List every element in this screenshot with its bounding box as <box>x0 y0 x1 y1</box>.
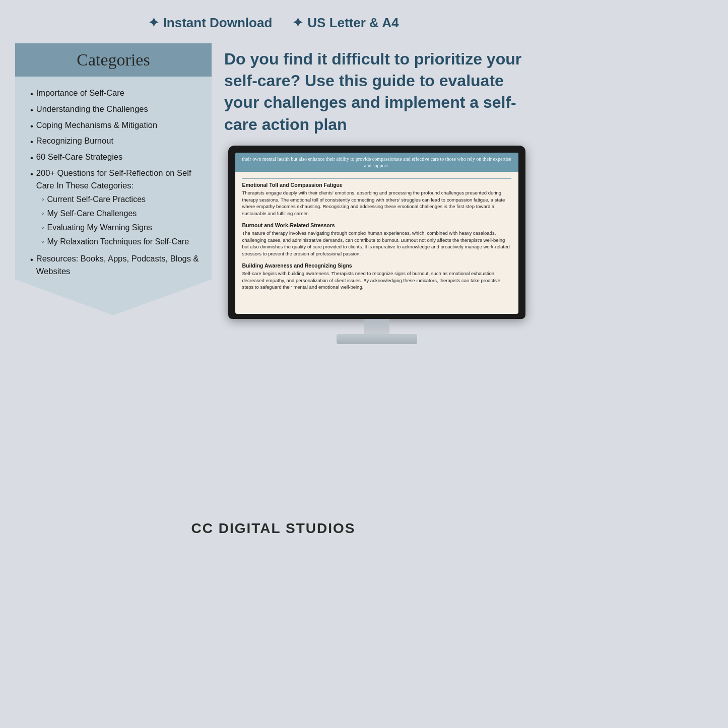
format-text: US Letter & A4 <box>307 15 399 31</box>
screen-body-1: Therapists engage deeply with their clie… <box>242 189 511 217</box>
diamond-icon-1: ✦ <box>148 15 159 31</box>
bullet-icon: • <box>30 104 33 116</box>
categories-title: Categories <box>25 50 202 70</box>
bullet-icon: • <box>30 120 33 133</box>
screen-section-2: Burnout and Work-Related Stressors The n… <box>242 222 511 257</box>
list-item: •Recognizing Burnout <box>28 135 199 148</box>
screen-divider <box>242 178 511 179</box>
sub-list: ◦Current Self-Care Practices ◦My Self-Ca… <box>36 193 199 248</box>
screen-section-1: Emotional Toll and Compassion Fatigue Th… <box>242 182 511 217</box>
right-panel: Do you find it difficult to prioritize y… <box>222 43 532 344</box>
sub-bullet-icon: ◦ <box>41 208 44 220</box>
monitor-screen: their own mental health but also enhance… <box>235 153 518 314</box>
bullet-icon: • <box>30 253 33 278</box>
monitor-base <box>337 334 417 344</box>
headline-text: Do you find it difficult to prioritize y… <box>222 43 532 136</box>
list-item: •Resources: Books, Apps, Podcasts, Blogs… <box>28 252 199 278</box>
bullet-icon: • <box>30 168 33 250</box>
bullet-icon: • <box>30 88 33 100</box>
screen-heading-1: Emotional Toll and Compassion Fatigue <box>242 182 511 188</box>
brand-name: CC DIGITAL STUDIOS <box>191 515 356 537</box>
screen-heading-2: Burnout and Work-Related Stressors <box>242 222 511 228</box>
instant-download-text: Instant Download <box>163 15 273 31</box>
bottom-section: CC DIGITAL STUDIOS <box>15 515 532 537</box>
sub-list-item: ◦Evaluating My Warning Signs <box>41 222 199 234</box>
monitor-container: their own mental health but also enhance… <box>222 146 532 344</box>
header-bar: ✦ Instant Download ✦ US Letter & A4 <box>15 15 532 31</box>
diamond-icon-2: ✦ <box>292 15 303 31</box>
sub-bullet-icon: ◦ <box>41 193 44 206</box>
instant-download-label: ✦ Instant Download <box>148 15 273 31</box>
monitor-neck <box>364 319 389 334</box>
sub-list-item: ◦Current Self-Care Practices <box>41 193 199 206</box>
sub-list-item: ◦My Relaxation Techniques for Self-Care <box>41 236 199 248</box>
list-item: •60 Self-Care Strategies <box>28 151 199 164</box>
list-item: • 200+ Questions for Self-Reflection on … <box>28 167 199 250</box>
screen-heading-3: Building Awareness and Recognizing Signs <box>242 262 511 269</box>
sub-bullet-icon: ◦ <box>41 222 44 234</box>
categories-list-container: •Importance of Self-Care •Understanding … <box>15 77 212 315</box>
screen-top-bar: their own mental health but also enhance… <box>235 153 518 172</box>
main-content: Categories •Importance of Self-Care •Und… <box>15 43 532 510</box>
monitor-screen-wrapper: their own mental health but also enhance… <box>228 146 525 319</box>
categories-list: •Importance of Self-Care •Understanding … <box>28 87 199 278</box>
bullet-icon: • <box>30 136 33 148</box>
screen-section-3: Building Awareness and Recognizing Signs… <box>242 262 511 291</box>
sub-bullet-icon: ◦ <box>41 236 44 248</box>
list-item: •Importance of Self-Care <box>28 87 199 100</box>
format-label: ✦ US Letter & A4 <box>292 15 399 31</box>
bullet-icon: • <box>30 152 33 164</box>
screen-body-3: Self-care begins with building awareness… <box>242 270 511 291</box>
categories-header: Categories <box>15 43 212 77</box>
screen-body-2: The nature of therapy involves navigatin… <box>242 230 511 257</box>
screen-content: Emotional Toll and Compassion Fatigue Th… <box>235 172 518 314</box>
list-item: •Coping Mechanisms & Mitigation <box>28 119 199 133</box>
sub-list-item: ◦My Self-Care Challenges <box>41 208 199 220</box>
list-item: •Understanding the Challenges <box>28 103 199 116</box>
screen-top-bar-text: their own mental health but also enhance… <box>242 156 511 168</box>
left-panel: Categories •Importance of Self-Care •Und… <box>15 43 212 315</box>
